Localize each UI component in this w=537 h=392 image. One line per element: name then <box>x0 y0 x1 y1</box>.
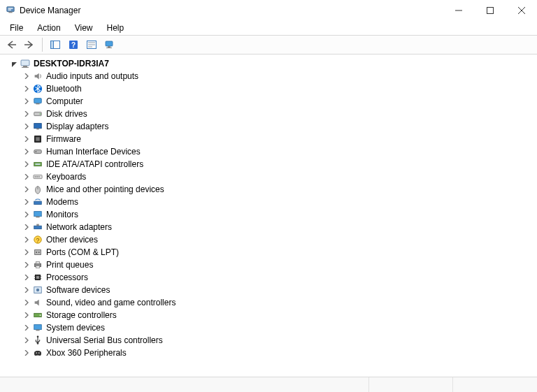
tree-root-label: DESKTOP-IDR3IA7 <box>34 59 109 68</box>
tree-item-label: Keyboards <box>46 172 86 182</box>
tree-item-computer[interactable]: Computer <box>3 95 537 108</box>
tree-item-ports[interactable]: Ports (COM & LPT) <box>3 246 537 259</box>
chevron-right-icon[interactable] <box>22 97 31 106</box>
chevron-right-icon[interactable] <box>22 248 31 256</box>
printer-icon <box>32 259 43 270</box>
tree-item-label: Xbox 360 Peripherals <box>46 348 127 358</box>
network-icon <box>32 222 43 233</box>
tree-item-label: Display adapters <box>46 122 108 131</box>
chevron-right-icon[interactable] <box>22 235 31 244</box>
chevron-right-icon[interactable] <box>22 160 31 168</box>
tree-item-label: Computer <box>46 96 83 106</box>
mouse-icon <box>32 184 43 195</box>
svg-rect-55 <box>36 276 39 279</box>
chevron-right-icon[interactable] <box>22 261 31 269</box>
chevron-right-icon[interactable] <box>22 298 31 307</box>
tree-item-sound[interactable]: Sound, video and game controllers <box>3 296 537 309</box>
svg-point-66 <box>37 335 39 337</box>
tree-item-disk[interactable]: Disk drives <box>3 108 537 120</box>
chevron-right-icon[interactable] <box>22 198 31 206</box>
tree-item-monitor[interactable]: Monitors <box>3 208 537 221</box>
keyboard-icon <box>32 171 43 182</box>
chevron-right-icon[interactable] <box>22 72 31 80</box>
svg-rect-45 <box>36 224 39 226</box>
minimize-button[interactable] <box>443 0 474 21</box>
menu-file[interactable]: File <box>3 22 30 34</box>
chevron-right-icon[interactable] <box>22 223 31 231</box>
svg-rect-36 <box>35 176 36 177</box>
hid-icon <box>32 146 43 157</box>
tree-item-audio[interactable]: Audio inputs and outputs <box>3 70 537 82</box>
tree-item-keyboard[interactable]: Keyboards <box>3 170 537 183</box>
tree-item-modem[interactable]: Modems <box>3 196 537 208</box>
chevron-right-icon[interactable] <box>22 185 31 194</box>
audio-icon <box>32 71 43 82</box>
tree-item-label: Sound, video and game controllers <box>46 298 176 307</box>
status-segment <box>453 377 537 392</box>
tree-root[interactable]: DESKTOP-IDR3IA7 <box>3 57 537 70</box>
tree-item-usb[interactable]: Universal Serial Bus controllers <box>3 334 537 347</box>
tree-item-display[interactable]: Display adapters <box>3 120 537 133</box>
tree-item-other[interactable]: ?Other devices <box>3 233 537 246</box>
tree-item-label: Audio inputs and outputs <box>46 71 138 81</box>
svg-rect-17 <box>108 46 110 48</box>
tree-item-mouse[interactable]: Mice and other pointing devices <box>3 183 537 196</box>
svg-rect-31 <box>34 150 42 153</box>
menu-view[interactable]: View <box>68 22 100 34</box>
display-icon <box>32 121 43 132</box>
tree-item-label: Processors <box>46 273 88 282</box>
forward-button[interactable] <box>21 37 38 52</box>
tree-item-label: Storage controllers <box>46 310 117 320</box>
menu-help[interactable]: Help <box>100 22 131 34</box>
chevron-right-icon[interactable] <box>22 147 31 156</box>
menu-action[interactable]: Action <box>30 22 67 34</box>
help-button[interactable]: ? <box>65 37 82 52</box>
maximize-button[interactable] <box>474 0 506 21</box>
chevron-down-icon[interactable] <box>10 59 18 68</box>
tree-item-cpu[interactable]: Processors <box>3 271 537 284</box>
svg-rect-24 <box>36 103 39 105</box>
tree-item-system[interactable]: System devices <box>3 321 537 334</box>
svg-rect-37 <box>36 176 38 177</box>
tree-item-hid[interactable]: Human Interface Devices <box>3 145 537 158</box>
svg-text:?: ? <box>71 41 76 49</box>
chevron-right-icon[interactable] <box>22 336 31 344</box>
chevron-right-icon[interactable] <box>22 110 31 118</box>
tree-item-printer[interactable]: Print queues <box>3 259 537 271</box>
back-button[interactable] <box>3 37 20 52</box>
tree-item-xbox[interactable]: Xbox 360 Peripherals <box>3 347 537 359</box>
scan-hardware-button[interactable] <box>101 37 118 52</box>
properties-button[interactable] <box>83 37 100 52</box>
svg-point-49 <box>36 252 37 253</box>
chevron-right-icon[interactable] <box>22 324 31 332</box>
tree-item-network[interactable]: Network adapters <box>3 221 537 233</box>
tree-item-firmware[interactable]: Firmware <box>3 133 537 145</box>
show-hide-console-button[interactable] <box>47 37 64 52</box>
chevron-right-icon[interactable] <box>22 85 31 93</box>
statusbar <box>0 377 537 392</box>
tree-item-bluetooth[interactable]: Bluetooth <box>3 82 537 95</box>
tree-item-ide[interactable]: IDE ATA/ATAPI controllers <box>3 158 537 170</box>
chevron-right-icon[interactable] <box>22 135 31 143</box>
svg-rect-53 <box>36 266 39 268</box>
usb-icon <box>32 335 43 346</box>
svg-point-32 <box>36 151 37 152</box>
tree-item-label: Universal Serial Bus controllers <box>46 335 163 345</box>
tree-item-software[interactable]: Software devices <box>3 284 537 296</box>
storage-icon <box>32 310 43 321</box>
tree-item-label: IDE ATA/ATAPI controllers <box>46 159 143 169</box>
svg-point-67 <box>37 342 39 344</box>
chevron-right-icon[interactable] <box>22 122 31 131</box>
tree-item-label: Human Interface Devices <box>46 147 141 157</box>
tree-item-label: Modems <box>46 197 78 207</box>
chevron-right-icon[interactable] <box>22 273 31 282</box>
chevron-right-icon[interactable] <box>22 210 31 219</box>
toolbar: ? <box>0 35 537 55</box>
close-button[interactable] <box>506 0 537 21</box>
chevron-right-icon[interactable] <box>22 286 31 294</box>
chevron-right-icon[interactable] <box>22 173 31 181</box>
chevron-right-icon[interactable] <box>22 311 31 319</box>
tree-item-storage[interactable]: Storage controllers <box>3 309 537 321</box>
chevron-right-icon[interactable] <box>22 349 31 357</box>
device-tree[interactable]: DESKTOP-IDR3IA7 Audio inputs and outputs… <box>0 55 537 365</box>
